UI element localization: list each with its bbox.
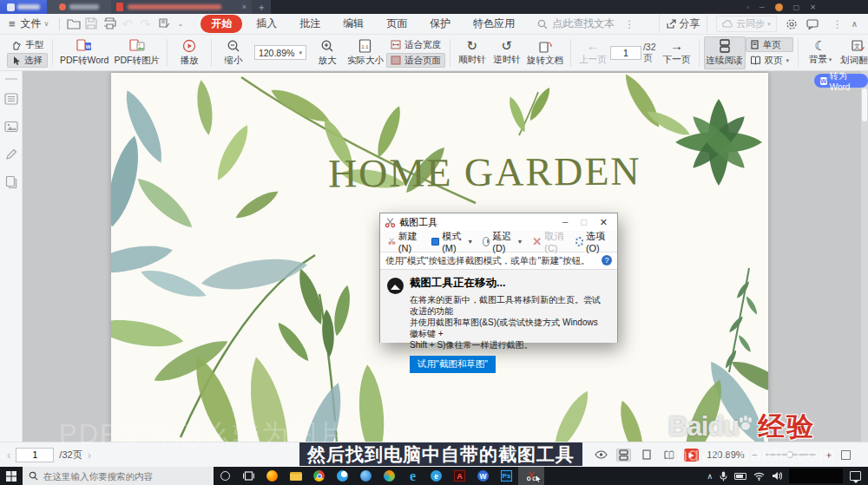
feedback-icon[interactable]: [806, 19, 819, 29]
pdf-to-word-button[interactable]: W PDF转Word: [57, 36, 111, 69]
action-center-icon[interactable]: [850, 471, 861, 481]
continuous-reading-button[interactable]: 连续阅读: [704, 36, 746, 69]
tab-special-features[interactable]: 特色应用: [464, 15, 523, 33]
wps-home-button[interactable]: [0, 0, 47, 14]
scrollbar-thumb[interactable]: [862, 88, 867, 121]
find-options-icon[interactable]: ⋮: [624, 18, 635, 30]
page-number-input[interactable]: [610, 46, 641, 60]
quickbar-caret-icon[interactable]: ⌄: [177, 20, 183, 28]
panel-handle[interactable]: [5, 78, 17, 80]
new-tab-button[interactable]: ＋: [252, 0, 271, 14]
snip-close-icon[interactable]: ✕: [600, 217, 608, 228]
cortana-icon[interactable]: [214, 467, 237, 485]
minimize-icon[interactable]: ─: [760, 3, 765, 11]
tab-home[interactable]: 开始: [201, 15, 242, 33]
actual-size-button[interactable]: 1:1 实际大小: [345, 36, 386, 69]
page-thumbnail-icon[interactable]: [4, 175, 18, 189]
sign-pen-icon[interactable]: [4, 147, 18, 161]
wps-icon[interactable]: W: [471, 467, 495, 485]
share-button[interactable]: 分享: [659, 15, 707, 33]
background-button[interactable]: ☾ 背景▾: [803, 36, 838, 69]
firefox-icon[interactable]: [260, 467, 284, 485]
hand-tool-button[interactable]: 手型: [7, 37, 48, 52]
save-icon[interactable]: [85, 17, 100, 30]
snip-new-button[interactable]: 新建(N): [385, 228, 425, 255]
undo-icon[interactable]: ↶: [122, 17, 136, 30]
internet-explorer-icon[interactable]: e: [424, 467, 448, 485]
zoom-out-button[interactable]: 缩小: [216, 36, 251, 69]
edge-icon[interactable]: e: [401, 467, 424, 485]
tab-close-icon[interactable]: ×: [242, 3, 247, 11]
tab-edit[interactable]: 编辑: [334, 15, 372, 33]
stamp-tool-icon[interactable]: [158, 17, 173, 30]
snip-options-button[interactable]: 选项(O): [572, 228, 613, 255]
file-explorer-icon[interactable]: [284, 467, 307, 485]
eye-protection-icon[interactable]: [594, 449, 608, 462]
rotate-document-button[interactable]: 旋转文档: [524, 36, 566, 69]
tab-protect[interactable]: 保护: [421, 15, 459, 33]
try-snip-sketch-button[interactable]: 试用"截图和草图": [410, 356, 496, 373]
tray-expand-icon[interactable]: ∧: [707, 472, 713, 481]
volume-icon[interactable]: [772, 471, 782, 481]
tab-secondary[interactable]: [47, 0, 111, 14]
task-view-icon[interactable]: [237, 467, 260, 485]
convert-to-word-pill[interactable]: W 转为Word: [814, 74, 868, 88]
cloud-sync-button[interactable]: 云同步 ▾: [716, 16, 777, 32]
taskbar-search-input[interactable]: [43, 471, 200, 482]
browser-blue2-icon[interactable]: [354, 467, 378, 485]
fit-width-button[interactable]: 适合宽度: [386, 37, 445, 52]
window-extra-icon[interactable]: ▫: [746, 3, 749, 11]
word-translate-button[interactable]: 文 划词翻译: [838, 36, 868, 69]
browser-blue-icon[interactable]: [331, 467, 354, 485]
fullscreen-icon[interactable]: [841, 450, 851, 460]
collapse-ribbon-icon[interactable]: ∧: [852, 19, 858, 29]
wifi-icon[interactable]: [753, 472, 765, 481]
help-icon[interactable]: ?: [602, 255, 612, 265]
outline-list-icon[interactable]: [4, 92, 18, 106]
single-page-button[interactable]: 单页: [746, 37, 794, 52]
tab-document-pdf[interactable]: ×: [111, 0, 252, 14]
snip-delay-button[interactable]: 延迟(D) ▼: [479, 228, 526, 255]
status-page-input[interactable]: [16, 448, 54, 462]
snipping-tool-taskbar-button[interactable]: [518, 467, 544, 485]
double-page-button[interactable]: 双页 ▾: [746, 53, 794, 68]
microphone-icon[interactable]: [720, 471, 727, 482]
rotate-counterclockwise-button[interactable]: ↺ 逆时针: [490, 36, 524, 69]
status-prev-page-icon[interactable]: ‹: [7, 449, 10, 462]
zoom-in-button[interactable]: 放大: [310, 36, 345, 69]
battery-icon[interactable]: [734, 473, 746, 480]
maximize-icon[interactable]: ▢: [793, 3, 800, 11]
chrome-icon[interactable]: [307, 467, 331, 485]
redo-icon[interactable]: ↷: [140, 17, 155, 30]
fit-page-button[interactable]: 适合页面: [386, 53, 445, 68]
print-icon[interactable]: [103, 17, 118, 30]
hamburger-icon[interactable]: ≡: [9, 17, 16, 30]
previous-page-button[interactable]: ← 上一页: [575, 36, 610, 69]
close-icon[interactable]: ✕: [810, 3, 816, 11]
browser-360-icon[interactable]: [378, 467, 401, 485]
account-avatar[interactable]: [775, 3, 783, 11]
file-menu[interactable]: 文件: [21, 16, 42, 31]
next-page-button[interactable]: → 下一页: [660, 36, 694, 69]
file-caret-icon[interactable]: ∨: [44, 20, 49, 28]
more-options-icon[interactable]: ⋮: [832, 18, 843, 30]
snip-mode-button[interactable]: 模式(M) ▼: [428, 228, 477, 255]
play-button[interactable]: 播放: [172, 36, 207, 69]
photoshop-icon[interactable]: Ps: [495, 467, 518, 485]
select-tool-button[interactable]: 选择: [7, 53, 48, 68]
vertical-scrollbar[interactable]: [861, 71, 868, 442]
settings-gear-icon[interactable]: [786, 18, 798, 30]
tab-page[interactable]: 页面: [378, 15, 416, 33]
status-single-page-icon[interactable]: [639, 449, 654, 462]
taskbar-search-box[interactable]: [23, 467, 214, 485]
snip-minimize-icon[interactable]: ─: [562, 218, 568, 226]
zoom-level-combobox[interactable]: 120.89% ▾: [254, 45, 306, 60]
acrobat-icon[interactable]: A: [448, 467, 471, 485]
start-button[interactable]: [0, 467, 23, 485]
tab-comment[interactable]: 批注: [291, 15, 329, 33]
pdf-to-image-button[interactable]: PDF转图片: [111, 36, 162, 69]
open-folder-icon[interactable]: [67, 17, 82, 30]
image-preview-icon[interactable]: [4, 120, 18, 134]
rotate-clockwise-button[interactable]: ↻ 顺时针: [455, 36, 490, 69]
find-text-box[interactable]: 点此查找文本 ⋮: [537, 16, 635, 31]
